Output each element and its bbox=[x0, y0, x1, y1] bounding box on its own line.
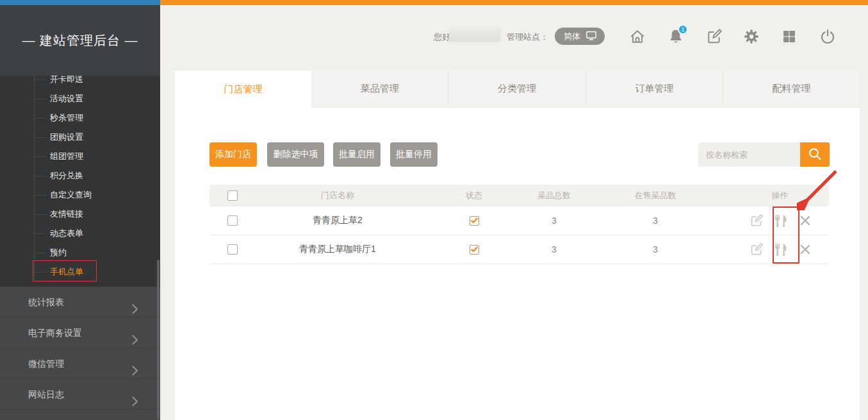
dishes-fork-knife-icon[interactable] bbox=[773, 242, 790, 257]
sidebar-section-site-logs[interactable]: 网站日志 bbox=[0, 379, 160, 410]
section-label: 网站日志 bbox=[28, 389, 64, 399]
language-label: 简体 bbox=[564, 31, 580, 42]
dishes-fork-knife-icon[interactable] bbox=[773, 214, 790, 228]
apps-grid-icon[interactable] bbox=[782, 29, 798, 46]
sidebar: — 建站管理后台 — 开卡即送 活动设置 秒杀管理 团购设置 组团管理 积分兑换… bbox=[0, 5, 160, 420]
admin-console: — 建站管理后台 — 开卡即送 活动设置 秒杀管理 团购设置 组团管理 积分兑换… bbox=[0, 0, 868, 420]
sidebar-item-activity[interactable]: 活动设置 bbox=[0, 89, 160, 108]
batch-disable-button[interactable]: 批量停用 bbox=[390, 142, 438, 167]
power-logout-icon[interactable] bbox=[819, 28, 836, 45]
onsale-dishes-value: 3 bbox=[580, 244, 731, 255]
sidebar-submenu: 开卡即送 活动设置 秒杀管理 团购设置 组团管理 积分兑换 自定义查询 友情链接… bbox=[0, 76, 160, 287]
row-checkbox[interactable] bbox=[227, 244, 238, 255]
sidebar-item-links[interactable]: 友情链接 bbox=[0, 205, 160, 224]
edit-store-icon[interactable] bbox=[749, 214, 764, 228]
col-header-actions: 操作 bbox=[731, 190, 829, 201]
home-icon[interactable] bbox=[629, 28, 646, 45]
sidebar-item-dynamic-form[interactable]: 动态表单 bbox=[0, 224, 160, 243]
tab-order-management[interactable]: 订单管理 bbox=[585, 71, 723, 108]
total-dishes-value: 3 bbox=[528, 215, 580, 226]
store-table: 门店名称 状态 菜品总数 在售菜品数 操作 青青原上草2 3 3 bbox=[209, 185, 829, 264]
tab-ingredient-management[interactable]: 配料管理 bbox=[723, 71, 860, 108]
table-header-row: 门店名称 状态 菜品总数 在售菜品数 操作 bbox=[209, 185, 829, 206]
col-header-store-name: 门店名称 bbox=[256, 190, 420, 201]
monitor-icon bbox=[585, 30, 597, 43]
store-name: 青青原上草咖啡厅1 bbox=[256, 244, 420, 255]
edit-compose-icon[interactable] bbox=[706, 28, 723, 45]
sidebar-section-wechat[interactable]: 微信管理 bbox=[0, 348, 160, 379]
delete-selected-button[interactable]: 删除选中项 bbox=[267, 142, 324, 167]
topbar-blue-strip bbox=[0, 0, 160, 5]
notification-badge: 1 bbox=[678, 24, 688, 35]
status-checkbox-checked[interactable] bbox=[470, 245, 479, 255]
chevron-right-icon bbox=[131, 389, 138, 419]
tab-bar: 门店管理 菜品管理 分类管理 订单管理 配料管理 bbox=[175, 71, 860, 108]
row-checkbox[interactable] bbox=[227, 215, 238, 226]
delete-store-icon[interactable] bbox=[799, 215, 811, 226]
col-header-status: 状态 bbox=[420, 190, 528, 201]
tab-dish-management[interactable]: 菜品管理 bbox=[311, 71, 448, 108]
tab-store-management[interactable]: 门店管理 bbox=[175, 71, 311, 108]
greeting-text: 您好 bbox=[434, 31, 450, 43]
status-checkbox-checked[interactable] bbox=[470, 216, 479, 226]
sidebar-item-mobile-order[interactable]: 手机点单 bbox=[0, 262, 160, 281]
batch-enable-button[interactable]: 批量启用 bbox=[333, 142, 381, 167]
sidebar-section-reports[interactable]: 统计报表 bbox=[0, 287, 160, 317]
section-label: 统计报表 bbox=[28, 297, 64, 307]
table-row: 青青原上草2 3 3 bbox=[209, 206, 829, 235]
total-dishes-value: 3 bbox=[528, 244, 580, 255]
section-label: 电子商务设置 bbox=[28, 328, 82, 338]
delete-store-icon[interactable] bbox=[799, 244, 811, 255]
sidebar-item-points[interactable]: 积分兑换 bbox=[0, 166, 160, 185]
settings-gear-icon[interactable] bbox=[743, 28, 760, 45]
topbar-orange-strip bbox=[160, 0, 868, 5]
sidebar-item-group-manage[interactable]: 组团管理 bbox=[0, 147, 160, 166]
site-label: 管理站点： bbox=[507, 31, 548, 43]
search-input[interactable] bbox=[698, 142, 800, 167]
table-row: 青青原上草咖啡厅1 3 3 bbox=[209, 235, 829, 264]
onsale-dishes-value: 3 bbox=[580, 215, 731, 226]
search-button[interactable] bbox=[800, 142, 830, 167]
col-header-total-dishes: 菜品总数 bbox=[528, 190, 580, 201]
sidebar-scrollbar[interactable] bbox=[157, 260, 160, 420]
col-header-onsale-dishes: 在售菜品数 bbox=[580, 190, 731, 201]
tab-category-management[interactable]: 分类管理 bbox=[448, 71, 585, 108]
add-store-button[interactable]: 添加门店 bbox=[209, 142, 257, 167]
sidebar-item-flash-sale[interactable]: 秒杀管理 bbox=[0, 108, 160, 128]
sidebar-item-custom-query[interactable]: 自定义查询 bbox=[0, 185, 160, 205]
redacted-username bbox=[449, 28, 500, 42]
search-icon bbox=[807, 146, 823, 164]
select-all-checkbox[interactable] bbox=[227, 190, 238, 201]
edit-store-icon[interactable] bbox=[749, 242, 764, 256]
sidebar-section-ecommerce[interactable]: 电子商务设置 bbox=[0, 317, 160, 348]
app-logo: — 建站管理后台 — bbox=[0, 5, 160, 76]
language-switch-button[interactable]: 简体 bbox=[555, 28, 605, 45]
sidebar-item-group-buy[interactable]: 团购设置 bbox=[0, 128, 160, 147]
section-label: 微信管理 bbox=[28, 358, 64, 369]
sidebar-sections: 统计报表 电子商务设置 微信管理 网站日志 bbox=[0, 287, 160, 420]
store-name: 青青原上草2 bbox=[256, 215, 420, 226]
sidebar-item-booking[interactable]: 预约 bbox=[0, 243, 160, 262]
